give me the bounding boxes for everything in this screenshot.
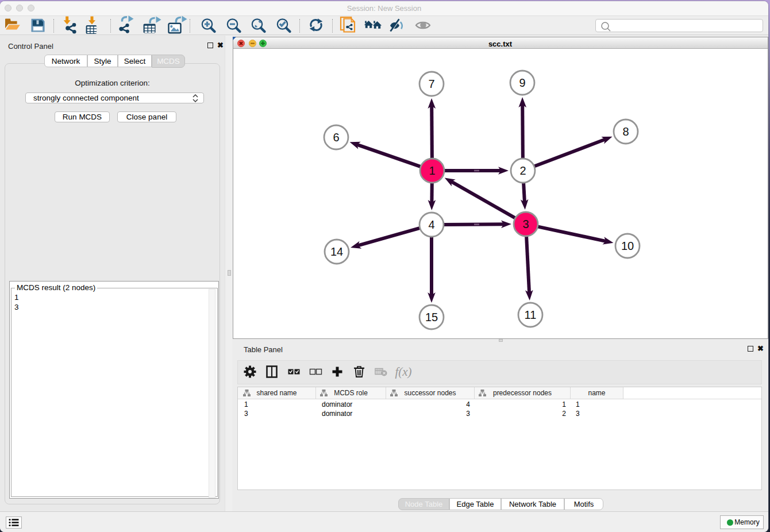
svg-text:7: 7 [428, 78, 434, 90]
svg-text:3: 3 [522, 218, 529, 230]
svg-text:9: 9 [519, 76, 525, 89]
svg-text:2: 2 [519, 164, 526, 177]
svg-text:8: 8 [622, 125, 629, 138]
svg-text:6: 6 [333, 131, 339, 144]
svg-text:f(x): f(x) [395, 365, 411, 379]
svg-text:14: 14 [330, 245, 342, 258]
svg-text:15: 15 [425, 311, 437, 323]
svg-text:4: 4 [428, 218, 434, 231]
svg-text:11: 11 [524, 309, 536, 321]
svg-text:10: 10 [621, 240, 633, 252]
svg-text:1: 1 [429, 164, 435, 177]
